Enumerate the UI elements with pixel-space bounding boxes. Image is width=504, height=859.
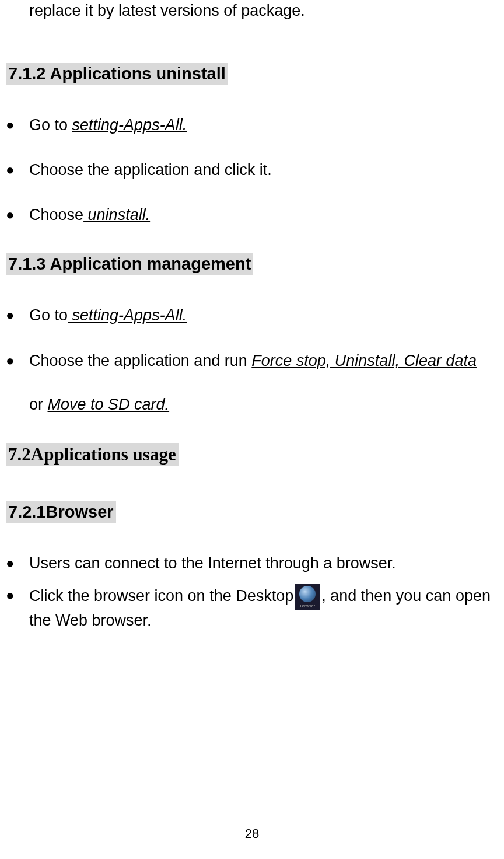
link-text: setting-Apps-All. [68,306,187,324]
heading-7-1-3: 7.1.3 Application management [6,253,253,275]
link-text: Move to SD card. [48,396,170,413]
heading-7-2-1: 7.2.1Browser [6,501,116,523]
heading-7-2: 7.2Applications usage [6,443,178,466]
link-text: uninstall. [83,206,150,224]
text-middle: or [29,396,48,413]
list-item: Users can connect to the Internet throug… [6,551,498,576]
list-7-1-3: Go to setting-Apps-All. Choose the appli… [6,303,498,417]
list-item: Choose uninstall. [6,202,498,228]
link-text: Force stop, Uninstall, Clear data [251,352,477,369]
list-item: Choose the application and run Force sto… [6,348,498,417]
page-number: 28 [245,826,259,841]
list-7-2-1: Users can connect to the Internet throug… [6,551,498,632]
list-item: Go to setting-Apps-All. [6,303,498,328]
list-item: Go to setting-Apps-All. [6,113,498,138]
fragment-text: replace it by latest versions of package… [29,0,498,22]
text-prefix: Click the browser icon on the Desktop [29,587,293,605]
text-prefix: Go to [29,306,68,324]
text-prefix: Go to [29,116,72,134]
text-prefix: Choose [29,206,83,224]
heading-7-1-2: 7.1.2 Applications uninstall [6,63,228,85]
browser-icon [295,584,320,610]
list-item: Choose the application and click it. [6,158,498,183]
list-7-1-2: Go to setting-Apps-All. Choose the appli… [6,113,498,228]
link-text: setting-Apps-All. [72,116,187,134]
text: Users can connect to the Internet throug… [29,554,396,572]
text-prefix: Choose the application and run [29,352,251,369]
text: Choose the application and click it. [29,161,272,179]
list-item: Click the browser icon on the Desktop, a… [6,584,498,632]
document-page: replace it by latest versions of package… [6,0,498,632]
